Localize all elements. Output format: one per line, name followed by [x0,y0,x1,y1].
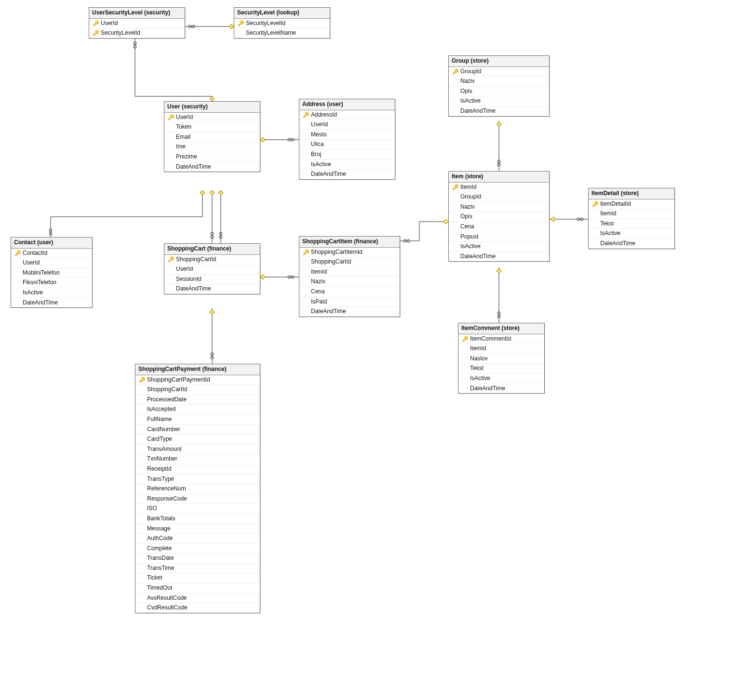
column-row[interactable]: ProcessedDate [135,395,260,405]
column-row[interactable]: TransDate [135,554,260,564]
column-row[interactable]: 🔑ItemDetailId [589,199,674,210]
column-row[interactable]: CardType [135,435,260,445]
column-row[interactable]: UserId [11,258,92,268]
column-row[interactable]: TransTime [135,564,260,574]
table-item[interactable]: Item (store) 🔑ItemIdGroupIdNazivOpisCena… [448,171,550,262]
column-row[interactable]: DateAndTime [449,106,549,116]
column-row[interactable]: IsActive [449,96,549,106]
column-row[interactable]: IsPaid [299,297,400,307]
column-row[interactable]: FiksniTelefon [11,278,92,288]
column-row[interactable]: Naziv [299,277,400,287]
column-name: Ime [175,143,258,151]
table-group[interactable]: Group (store) 🔑GroupIdNazivOpisIsActiveD… [448,55,550,117]
column-row[interactable]: DateAndTime [589,239,674,249]
column-row[interactable]: GroupId [449,192,549,202]
column-row[interactable]: IsActive [449,242,549,252]
column-row[interactable]: ResponseCode [135,494,260,504]
column-row[interactable]: Naziv [449,202,549,212]
column-row[interactable]: Message [135,524,260,534]
column-row[interactable]: ItemId [589,209,674,219]
column-row[interactable]: Popust [449,232,549,242]
column-row[interactable]: CvdResultCode [135,603,260,613]
column-row[interactable]: 🔑ShoppingCartItemId [299,248,400,258]
column-row[interactable]: SecurityLevelName [234,28,330,38]
column-row[interactable]: IsActive [11,288,92,298]
column-row[interactable]: Naslov [458,354,544,364]
column-name: Message [146,525,258,533]
column-row[interactable]: Cena [449,222,549,232]
column-row[interactable]: ShoppingCartId [135,385,260,395]
column-row[interactable]: Cena [299,287,400,297]
column-row[interactable]: Complete [135,544,260,554]
column-row[interactable]: DateAndTime [164,162,260,172]
column-row[interactable]: IsAccepted [135,405,260,415]
column-row[interactable]: IsActive [589,229,674,239]
column-row[interactable]: Token [164,122,260,132]
column-name: IsActive [310,161,393,169]
column-row[interactable]: CardNumber [135,425,260,435]
column-row[interactable]: 🔑ItemCommentId [458,334,544,344]
column-name: AvsResultCode [146,594,258,602]
column-row[interactable]: DateAndTime [449,252,549,262]
column-row[interactable]: 🔑ContactId [11,249,92,259]
column-row[interactable]: 🔑UserId [164,113,260,123]
column-row[interactable]: DateAndTime [458,384,544,394]
column-row[interactable]: TxnNumber [135,454,260,464]
column-row[interactable]: Prezime [164,152,260,162]
column-row[interactable]: ReferenceNum [135,484,260,494]
table-itemcomment[interactable]: ItemComment (store) 🔑ItemCommentIdItemId… [458,323,545,394]
column-row[interactable]: Ime [164,142,260,152]
column-name: DateAndTime [310,171,393,178]
column-row[interactable]: AuthCode [135,534,260,544]
column-row[interactable]: IsActive [458,374,544,384]
table-itemdetail[interactable]: ItemDetail (store) 🔑ItemDetailIdItemIdTe… [588,188,675,249]
column-row[interactable]: UserId [164,264,260,275]
table-shoppingcartpayment[interactable]: ShoppingCartPayment (finance) 🔑ShoppingC… [135,364,260,613]
table-shoppingcart[interactable]: ShoppingCart (finance) 🔑ShoppingCartIdUs… [164,243,260,294]
column-row[interactable]: 🔑GroupId [449,67,549,77]
column-row[interactable]: 🔑SecurityLevelId [234,19,330,29]
column-row[interactable]: 🔑ItemId [449,183,549,193]
column-row[interactable]: Email [164,132,260,143]
column-row[interactable]: MobilniTelefon [11,268,92,278]
column-row[interactable]: IsActive [299,160,395,170]
column-row[interactable]: Opis [449,87,549,97]
column-row[interactable]: DateAndTime [299,170,395,179]
table-address[interactable]: Address (user) 🔑AddressIdUserIdMestoUlic… [299,99,395,180]
column-row[interactable]: 🔑AddressId [299,110,395,120]
column-row[interactable]: Mesto [299,130,395,140]
table-shoppingcartitem[interactable]: ShoppingCartItem (finance) 🔑ShoppingCart… [299,236,400,317]
column-row[interactable]: Broj [299,150,395,160]
column-row[interactable]: ItemId [458,344,544,354]
column-row[interactable]: ReceiptId [135,464,260,475]
column-row[interactable]: UserId [299,120,395,130]
column-row[interactable]: 🔑ShoppingCartPaymentId [135,375,260,385]
column-row[interactable]: AvsResultCode [135,594,260,604]
column-name: Naziv [459,78,547,85]
column-row[interactable]: Naziv [449,77,549,87]
column-row[interactable]: DateAndTime [299,307,400,317]
column-row[interactable]: Ticket [135,573,260,583]
column-row[interactable]: 🔑SecurityLevelId [89,28,185,38]
column-row[interactable]: 🔑ShoppingCartId [164,255,260,265]
column-row[interactable]: Tekst [589,219,674,229]
column-row[interactable]: TransType [135,475,260,485]
column-row[interactable]: DateAndTime [11,298,92,308]
column-row[interactable]: ShoppingCartId [299,257,400,267]
column-row[interactable]: Tekst [458,364,544,374]
column-row[interactable]: SessionId [164,275,260,285]
column-row[interactable]: DateAndTime [164,284,260,294]
column-row[interactable]: TimedOut [135,583,260,594]
table-securitylevel[interactable]: SecurityLevel (lookup) 🔑SecurityLevelIdS… [234,7,330,39]
column-row[interactable]: FullName [135,415,260,425]
column-row[interactable]: BankTotals [135,514,260,524]
table-usersecuritylevel[interactable]: UserSecurityLevel (security) 🔑UserId🔑Sec… [89,7,185,39]
table-contact[interactable]: Contact (user) 🔑ContactIdUserIdMobilniTe… [11,237,93,308]
column-row[interactable]: TransAmount [135,445,260,455]
column-row[interactable]: Opis [449,212,549,222]
column-row[interactable]: Ulica [299,140,395,150]
column-row[interactable]: ItemId [299,267,400,277]
column-row[interactable]: ISO [135,504,260,514]
column-row[interactable]: 🔑UserId [89,19,185,29]
table-user[interactable]: User (security) 🔑UserIdTokenEmailImePrez… [164,101,260,172]
